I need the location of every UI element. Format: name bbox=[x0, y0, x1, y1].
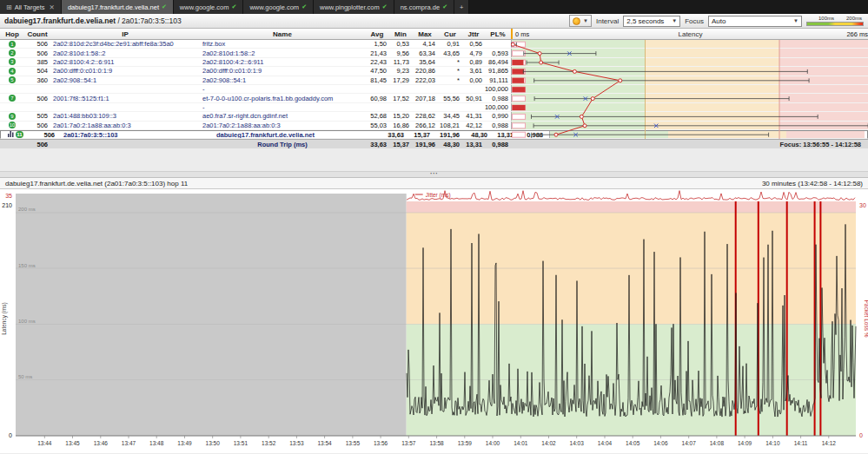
chevron-down-icon[interactable]: ▼ bbox=[583, 18, 588, 23]
hop-latency-chart bbox=[511, 40, 868, 139]
tab-www-google-com[interactable]: www.google.com✔ bbox=[174, 0, 244, 14]
grid-icon: ⊞ bbox=[6, 3, 12, 11]
col-header-max[interactable]: Max bbox=[412, 30, 438, 38]
pl-cell: 0,988 bbox=[485, 94, 511, 102]
tab-label: www.pingplotter.com bbox=[320, 3, 380, 11]
jttr-cell: 3,61 bbox=[462, 67, 485, 75]
ip-cell bbox=[50, 103, 200, 111]
max-cell: 63,34 bbox=[412, 49, 438, 56]
svg-text:13:51: 13:51 bbox=[234, 440, 248, 446]
new-tab-button[interactable]: + bbox=[454, 0, 469, 14]
cur-cell: 43,65 bbox=[438, 49, 462, 56]
col-header-hop[interactable]: Hop bbox=[0, 30, 24, 38]
focus-range-label: Focus: 13:56:55 - 14:12:58 bbox=[511, 141, 868, 148]
svg-text:14:10: 14:10 bbox=[765, 440, 780, 446]
col-header-count[interactable]: Count bbox=[24, 30, 50, 38]
tab-www-google-com[interactable]: www.google.com✔ bbox=[243, 0, 314, 14]
pl-cell: 86,494 bbox=[485, 58, 511, 66]
col-header-min[interactable]: Min bbox=[389, 30, 412, 38]
ip-cell: 2a02:810d:2c3f:d4bc:2e91:abff:fe8a:35a0 bbox=[50, 40, 200, 48]
avg-cell: 52,68 bbox=[365, 112, 389, 120]
col-header-name[interactable]: Name bbox=[200, 30, 365, 38]
name-cell: - bbox=[200, 85, 365, 93]
hop-cell bbox=[0, 103, 24, 111]
tab-all-targets[interactable]: ⊞All Targets✕ bbox=[0, 0, 62, 14]
min-cell bbox=[389, 103, 412, 111]
name-cell: 2a00:dfff:0:c01:0:1:9 bbox=[200, 67, 365, 75]
count-cell bbox=[24, 103, 50, 111]
tab-label: www.google.com bbox=[249, 3, 299, 11]
count-cell: 506 bbox=[24, 94, 50, 102]
col-header-avg[interactable]: Avg bbox=[365, 30, 389, 38]
latency-color-legend: 100ms 200ms bbox=[806, 16, 864, 26]
svg-text:14:06: 14:06 bbox=[653, 440, 668, 446]
toolbar: dabuieg17.frankfurt.de.velia.net / 2a01:… bbox=[0, 14, 868, 29]
tab-ns-compra-de[interactable]: ns.compra.de✔ bbox=[394, 0, 454, 14]
target-ok-icon: ✔ bbox=[232, 3, 237, 10]
max-cell: 220,86 bbox=[412, 67, 438, 75]
cur-cell: 108,21 bbox=[438, 122, 462, 129]
svg-text:13:53: 13:53 bbox=[289, 440, 304, 446]
svg-text:14:09: 14:09 bbox=[738, 440, 752, 446]
count-cell: 360 bbox=[24, 76, 50, 84]
hop-badge: 7 bbox=[9, 95, 16, 102]
count-cell bbox=[24, 85, 50, 93]
name-cell: fritz.box bbox=[200, 40, 365, 48]
jttr-cell: 42,12 bbox=[462, 122, 485, 129]
timeline-chart[interactable]: 200 ms150 ms100 ms50 ms13:4413:4513:4613… bbox=[0, 189, 868, 453]
min-cell bbox=[389, 85, 412, 93]
min-cell: 0,53 bbox=[389, 40, 412, 48]
svg-text:50 ms: 50 ms bbox=[18, 374, 32, 379]
cur-cell bbox=[438, 85, 462, 93]
pl-cell: 0,990 bbox=[485, 112, 511, 120]
max-cell: 228,62 bbox=[412, 112, 438, 120]
pl-cell: 0,988 bbox=[485, 122, 511, 129]
avg-cell: 21,43 bbox=[365, 49, 389, 56]
jttr-cell: 0,00 bbox=[462, 76, 485, 84]
tab-label: All Targets bbox=[15, 3, 45, 11]
jttr-cell bbox=[462, 85, 485, 93]
cur-cell bbox=[438, 103, 462, 111]
footer-count: 506 bbox=[24, 140, 50, 148]
legend-gradient-bar bbox=[806, 22, 864, 26]
svg-text:13:57: 13:57 bbox=[401, 440, 416, 446]
legend-200ms-label: 200ms bbox=[846, 16, 862, 21]
cur-cell: * bbox=[438, 76, 462, 84]
hop-cell: 3 bbox=[0, 58, 24, 66]
svg-text:14:12: 14:12 bbox=[822, 440, 837, 446]
min-cell: 11,73 bbox=[389, 58, 412, 66]
tab-www-pingplotter-com[interactable]: www.pingplotter.com✔ bbox=[314, 0, 394, 14]
hop-cell: 10 bbox=[0, 122, 24, 129]
interval-select[interactable]: 2,5 seconds ▼ bbox=[623, 16, 680, 27]
latency-graph-title: Latency bbox=[513, 30, 868, 38]
max-cell: 222,03 bbox=[412, 76, 438, 84]
footer-hop-spacer bbox=[0, 140, 24, 148]
pl-cell: 91,865 bbox=[485, 67, 511, 75]
jttr-cell: 41,31 bbox=[462, 112, 485, 120]
cur-cell: 34,45 bbox=[438, 112, 462, 120]
max-cell: 191,96 bbox=[436, 131, 462, 138]
pause-resume-button[interactable]: ▼ bbox=[569, 15, 592, 27]
min-cell: 15,37 bbox=[410, 131, 433, 138]
svg-text:14:03: 14:03 bbox=[570, 440, 585, 446]
hop-cell: 4 bbox=[0, 67, 24, 75]
col-header-jttr[interactable]: Jttr bbox=[462, 30, 485, 38]
ip-cell: 2001:7f8::5125:f1:1 bbox=[50, 94, 200, 102]
footer-max: 191,96 bbox=[412, 140, 438, 148]
col-header-cur[interactable]: Cur bbox=[438, 30, 462, 38]
max-cell: 35,64 bbox=[412, 58, 438, 66]
focus-select[interactable]: Auto ▼ bbox=[708, 16, 802, 27]
tab-close-icon[interactable]: ✕ bbox=[50, 3, 55, 11]
ip-cell: 2a01:488:bb03:109::3 bbox=[50, 112, 200, 120]
svg-text:13:56: 13:56 bbox=[374, 440, 388, 446]
round-trip-row: 506 Round Trip (ms) 33,63 15,37 191,96 4… bbox=[0, 139, 868, 148]
name-cell: 2a02:8100:4:2::6:911 bbox=[200, 58, 365, 66]
tab-dabuieg17-frankfurt-de-velia-net[interactable]: dabuieg17.frankfurt.de.velia.net✔ bbox=[62, 0, 174, 14]
jttr-cell: 0,56 bbox=[462, 40, 485, 48]
pl-cell: 91,111 bbox=[485, 76, 511, 84]
col-header-pl[interactable]: PL% bbox=[485, 30, 511, 38]
hop-badge: 3 bbox=[9, 58, 16, 65]
pane-splitter[interactable]: ⋯ bbox=[0, 171, 868, 178]
svg-text:Latency (ms): Latency (ms) bbox=[1, 303, 8, 336]
col-header-ip[interactable]: IP bbox=[50, 30, 200, 38]
